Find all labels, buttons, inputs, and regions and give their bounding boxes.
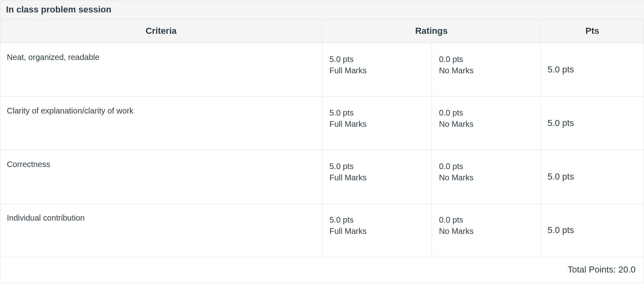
table-row: Clarity of explanation/clarity of work 5… [0, 97, 644, 150]
rating-option[interactable]: 0.0 pts No Marks [431, 150, 541, 203]
rating-option[interactable]: 0.0 pts No Marks [431, 97, 541, 150]
total-points: Total Points: 20.0 [0, 257, 644, 283]
table-row: Correctness 5.0 pts Full Marks 0.0 pts N… [0, 150, 644, 204]
criterion-cell: Clarity of explanation/clarity of work [0, 97, 322, 150]
table-row: Individual contribution 5.0 pts Full Mar… [0, 204, 644, 257]
pts-cell: 5.0 pts [541, 204, 644, 257]
criterion-cell: Individual contribution [0, 204, 322, 257]
rating-label: No Marks [439, 225, 533, 237]
rating-label: No Marks [439, 118, 533, 130]
rating-pts: 0.0 pts [439, 161, 533, 172]
criterion-cell: Neat, organized, readable [0, 43, 322, 97]
pts-cell: 5.0 pts [541, 150, 644, 204]
header-criteria: Criteria [0, 19, 322, 43]
rating-option[interactable]: 5.0 pts Full Marks [322, 43, 431, 96]
pts-cell: 5.0 pts [541, 97, 644, 150]
rating-pts: 5.0 pts [330, 161, 424, 172]
rating-label: Full Marks [330, 225, 424, 237]
rubric-title: In class problem session [0, 0, 644, 19]
rating-pts: 0.0 pts [439, 214, 533, 225]
rating-label: Full Marks [330, 118, 424, 130]
header-ratings: Ratings [322, 19, 541, 43]
rating-label: Full Marks [330, 65, 424, 76]
table-row: Neat, organized, readable 5.0 pts Full M… [0, 43, 644, 97]
ratings-cell: 5.0 pts Full Marks 0.0 pts No Marks [322, 204, 541, 257]
rating-option[interactable]: 5.0 pts Full Marks [322, 97, 431, 150]
rating-pts: 5.0 pts [330, 214, 424, 225]
rating-pts: 0.0 pts [439, 107, 533, 118]
total-row: Total Points: 20.0 [0, 257, 644, 283]
rubric-title-row: In class problem session [0, 0, 644, 19]
ratings-cell: 5.0 pts Full Marks 0.0 pts No Marks [322, 43, 541, 97]
pts-cell: 5.0 pts [541, 43, 644, 97]
header-pts: Pts [541, 19, 644, 43]
rating-label: No Marks [439, 172, 533, 183]
rating-label: Full Marks [330, 172, 424, 183]
ratings-cell: 5.0 pts Full Marks 0.0 pts No Marks [322, 97, 541, 150]
criterion-cell: Correctness [0, 150, 322, 204]
rating-pts: 0.0 pts [439, 54, 533, 65]
rating-pts: 5.0 pts [330, 54, 424, 65]
ratings-cell: 5.0 pts Full Marks 0.0 pts No Marks [322, 150, 541, 204]
rating-pts: 5.0 pts [330, 107, 424, 118]
rating-option[interactable]: 5.0 pts Full Marks [322, 204, 431, 257]
rating-option[interactable]: 5.0 pts Full Marks [322, 150, 431, 203]
rubric-header-row: Criteria Ratings Pts [0, 19, 644, 43]
rating-option[interactable]: 0.0 pts No Marks [431, 43, 541, 96]
rating-label: No Marks [439, 65, 533, 76]
rubric-table: In class problem session Criteria Rating… [0, 0, 644, 283]
rating-option[interactable]: 0.0 pts No Marks [431, 204, 541, 257]
